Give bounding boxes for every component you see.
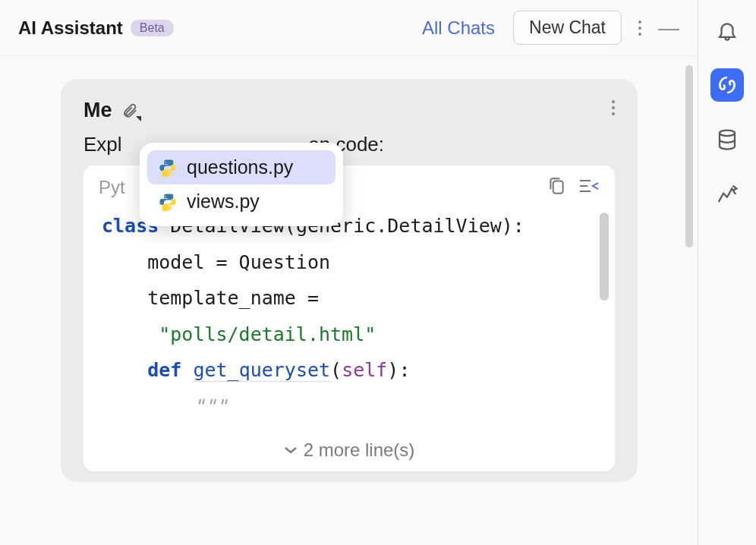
dropdown-caret-icon xyxy=(136,116,141,121)
message-more-button[interactable] xyxy=(612,100,615,115)
panel-more-button[interactable] xyxy=(638,20,641,36)
ai-assistant-button[interactable] xyxy=(710,68,744,102)
code-scrollbar[interactable] xyxy=(600,213,609,301)
attachment-dropdown: questions.py views.py xyxy=(140,143,343,226)
python-file-icon xyxy=(158,158,178,178)
right-toolbar xyxy=(698,0,756,545)
chat-scrollbar[interactable] xyxy=(685,65,693,247)
analytics-button[interactable] xyxy=(710,178,744,211)
beta-badge: Beta xyxy=(131,20,174,36)
code-content[interactable]: class DetailView(generic.DetailView): mo… xyxy=(83,200,615,432)
copy-icon xyxy=(547,176,566,196)
code-language-label: Pyt xyxy=(99,177,125,198)
new-chat-button[interactable]: New Chat xyxy=(513,11,622,45)
message-header: Me xyxy=(83,99,615,122)
database-icon xyxy=(716,128,739,151)
attach-button[interactable] xyxy=(121,102,138,120)
all-chats-link[interactable]: All Chats xyxy=(422,17,495,39)
chart-icon xyxy=(716,183,739,206)
chat-content: Me Explain the following Python code: Py… xyxy=(0,56,698,545)
expand-code-button[interactable]: 2 more line(s) xyxy=(83,432,615,471)
chevron-down-icon xyxy=(284,446,298,455)
insert-icon xyxy=(578,176,600,196)
svg-rect-0 xyxy=(553,181,563,194)
panel-header: AI Assistant Beta All Chats New Chat — xyxy=(0,0,698,56)
attachment-option[interactable]: questions.py xyxy=(147,150,335,184)
insert-code-button[interactable] xyxy=(578,176,600,199)
copy-code-button[interactable] xyxy=(547,176,566,199)
ai-swirl-icon xyxy=(716,74,739,96)
author-label: Me xyxy=(83,99,112,122)
notifications-button[interactable] xyxy=(710,14,744,47)
svg-point-4 xyxy=(720,131,735,137)
database-button[interactable] xyxy=(710,123,744,156)
attachment-option[interactable]: views.py xyxy=(147,184,335,219)
minimize-button[interactable]: — xyxy=(658,17,679,39)
python-file-icon xyxy=(158,192,178,212)
ai-assistant-panel: AI Assistant Beta All Chats New Chat — M… xyxy=(0,0,698,545)
panel-title: AI Assistant xyxy=(18,17,123,39)
bell-icon xyxy=(716,19,739,42)
attachment-option-label: views.py xyxy=(187,191,260,213)
user-message: Me Explain the following Python code: Py… xyxy=(61,79,638,482)
attachment-option-label: questions.py xyxy=(187,156,293,178)
